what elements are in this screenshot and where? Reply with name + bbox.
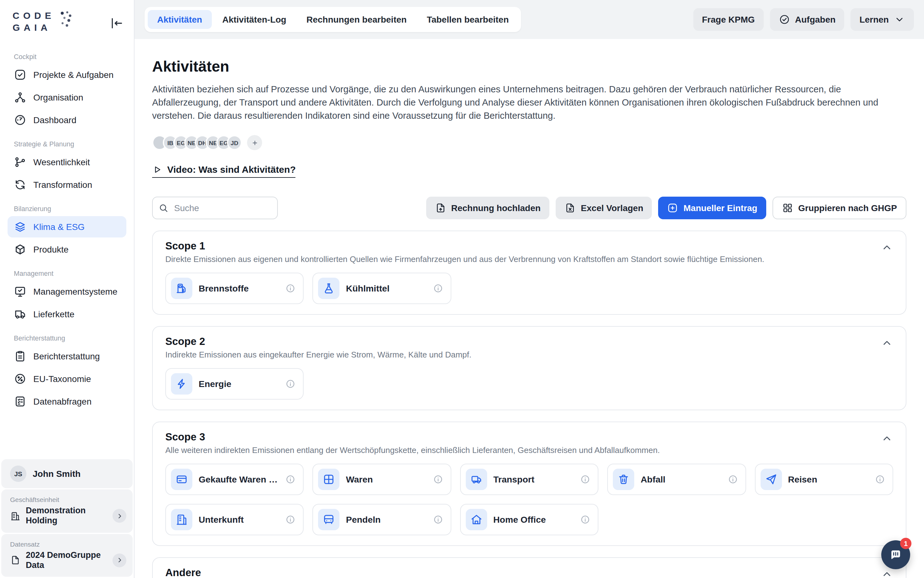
info-icon[interactable] [286,379,296,389]
activity-tile-energie[interactable]: Energie [165,369,304,400]
home-icon [466,509,487,531]
sidebar-item-wesentlichkeit[interactable]: Wesentlichkeit [8,151,126,172]
group-by-ghgp-button[interactable]: Gruppieren nach GHGP [773,197,906,219]
chat-launcher-button[interactable]: 1 [881,540,910,569]
brand-line-2: GAIA [13,22,55,34]
collapse-chevron-icon[interactable] [881,433,893,445]
add-collaborator-button[interactable] [247,135,262,151]
activity-tile-abfall[interactable]: Abfall [607,464,746,495]
manual-entry-button[interactable]: Manueller Eintrag [659,197,766,219]
brand-dots-icon [59,10,73,29]
sidebar-section-berichterstattung: Berichterstattung [14,334,120,341]
scope-1-section: Scope 1 Direkte Emissionen aus eigenen u… [152,231,906,315]
page-title: Aktivitäten [152,58,906,75]
sidebar-item-organisation[interactable]: Organisation [8,86,126,108]
info-icon[interactable] [433,475,443,485]
andere-section: Andere [152,558,906,578]
info-icon[interactable] [433,515,443,525]
sidebar-item-managementsysteme[interactable]: Managementsysteme [8,281,126,302]
avatar[interactable]: JD [227,135,242,151]
ask-kpmg-button[interactable]: Frage KPMG [693,8,763,31]
info-icon[interactable] [286,475,296,485]
file-upload-icon [435,203,446,214]
activity-tile-transport[interactable]: Transport [460,464,599,495]
sidebar-section-management: Management [14,269,120,277]
dataset-value: 2024 DemoGruppe Data [26,550,107,570]
scope-2-description: Indirekte Emissionen aus eingekaufter En… [165,350,472,360]
scope-3-section: Scope 3 Alle weiteren indirekten Emissio… [152,422,906,546]
activity-tile-gekaufte-waren[interactable]: Gekaufte Waren und… [165,464,304,495]
sidebar-item-berichterstattung[interactable]: Berichterstattung [8,345,126,367]
brand-logo-text: CODE GAIA [13,10,55,34]
sidebar-item-datenabfragen[interactable]: Datenabfragen [8,390,126,412]
top-bar: Aktivitäten Aktivitäten-Log Rechnungen b… [135,0,924,39]
business-unit-label: Geschäftseinheit [10,496,126,503]
info-icon[interactable] [875,475,885,485]
sidebar-item-dashboard[interactable]: Dashboard [8,109,126,130]
dataset-label: Datensatz [10,540,126,547]
collapse-chevron-icon[interactable] [881,568,893,578]
collapse-chevron-icon[interactable] [881,242,893,254]
scope-1-description: Direkte Emissionen aus eigenen und kontr… [165,255,765,264]
info-icon[interactable] [580,475,590,485]
toolbar-buttons: Rechnung hochladen Excel Vorlagen Manuel… [426,197,906,219]
sidebar-item-klima-esg[interactable]: Klima & ESG [8,216,126,237]
video-link[interactable]: Video: Was sind Aktivitäten? [152,164,296,178]
activity-tile-home-office[interactable]: Home Office [460,504,599,536]
tasks-button[interactable]: Aufgaben [770,8,844,31]
activity-tile-waren[interactable]: Waren [313,464,451,495]
business-unit-value: Demonstration Holding [26,506,107,526]
business-unit-chevron-button[interactable] [112,509,126,523]
org-chart-icon [14,91,26,103]
page-content: Aktivitäten Aktivitäten beziehen sich au… [135,39,924,578]
sidebar-item-produkte[interactable]: Produkte [8,239,126,260]
tab-aktivitaeten-log[interactable]: Aktivitäten-Log [213,10,296,29]
main-area: Aktivitäten Aktivitäten-Log Rechnungen b… [135,0,924,578]
sidebar-section-strategie: Strategie & Planung [14,140,120,147]
top-bar-actions: Frage KPMG Aufgaben Lernen [693,8,914,31]
info-icon[interactable] [727,475,738,485]
page-description: Aktivitäten beziehen sich auf Prozesse u… [152,83,906,123]
package-icon [14,243,26,255]
activity-tile-pendeln[interactable]: Pendeln [313,504,451,536]
activity-tile-reisen[interactable]: Reisen [755,464,893,495]
activity-tile-kuehlmittel[interactable]: Kühlmittel [313,273,451,304]
sidebar-item-eu-taxonomie[interactable]: EU-Taxonomie [8,368,126,389]
upload-invoice-button[interactable]: Rechnung hochladen [426,197,549,219]
search-icon [158,203,168,213]
chat-unread-badge: 1 [900,538,911,549]
activities-toolbar: Rechnung hochladen Excel Vorlagen Manuel… [152,197,906,219]
learn-button[interactable]: Lernen [851,8,914,31]
dataset-chevron-button[interactable] [112,554,126,567]
brand-line-1: CODE [13,10,55,22]
sidebar-item-projekte-aufgaben[interactable]: Projekte & Aufgaben [8,64,126,85]
check-circle-icon [779,14,790,25]
collapse-chevron-icon[interactable] [881,337,893,350]
info-icon[interactable] [286,284,296,294]
gauge-icon [14,114,26,126]
tab-aktivitaeten[interactable]: Aktivitäten [148,10,211,29]
info-icon[interactable] [580,515,590,525]
scope-1-title: Scope 1 [165,240,765,252]
info-icon[interactable] [433,284,443,294]
search-input[interactable] [152,197,278,219]
brand-logo: CODE GAIA [13,10,73,34]
tab-tabellen-bearbeiten[interactable]: Tabellen bearbeiten [417,10,518,29]
chevron-down-icon [894,14,905,25]
info-icon[interactable] [286,515,296,525]
hotel-building-icon [171,509,192,531]
sidebar-collapse-icon[interactable] [110,16,124,30]
user-menu[interactable]: JS John Smith [1,459,133,489]
sidebar-item-lieferkette[interactable]: Lieferkette [8,303,126,325]
bolt-icon [171,373,192,395]
plane-icon [760,469,782,490]
tab-rechnungen-bearbeiten[interactable]: Rechnungen bearbeiten [297,10,416,29]
excel-file-icon [564,203,576,214]
excel-templates-button[interactable]: Excel Vorlagen [556,197,652,219]
activity-tile-unterkunft[interactable]: Unterkunft [165,504,304,536]
dataset-card: Datensatz 2024 DemoGruppe Data [1,534,133,577]
delivery-truck-icon [466,469,487,490]
andere-title: Andere [165,567,201,578]
sidebar-item-transformation[interactable]: Transformation [8,174,126,195]
activity-tile-brennstoffe[interactable]: Brennstoffe [165,273,304,304]
